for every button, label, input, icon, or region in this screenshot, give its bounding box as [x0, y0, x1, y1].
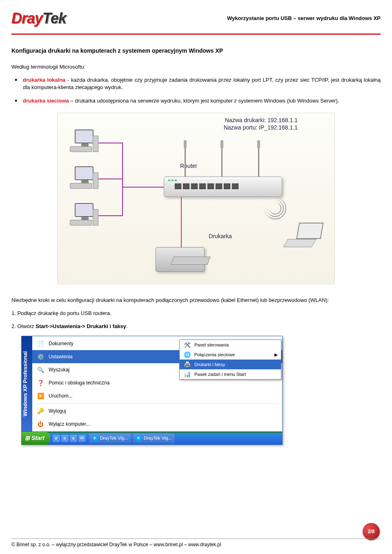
- taskbar: Start e e e ✉ DrayTek Vig... DrayTek Vig…: [22, 431, 282, 445]
- page-number-badge: 2/8: [363, 523, 380, 540]
- logoff-icon: [36, 407, 45, 415]
- submenu-item-label: Pasek zadań i menu Start: [194, 371, 246, 378]
- draytek-logo: DrayTek: [11, 8, 66, 29]
- router-device: [164, 176, 282, 197]
- printer-device: [156, 247, 205, 272]
- network-diagram: Nazwa drukarki: 192.168.1.1 Nazwa portu:…: [57, 113, 335, 284]
- start-menu-screenshot: Windows XP Professional Dokumenty▶Ustawi…: [21, 336, 283, 445]
- laptop-device: [285, 223, 322, 247]
- print-icon: [183, 360, 191, 369]
- quick-launch-icon[interactable]: e: [70, 435, 77, 442]
- submenu-arrow-icon: ▶: [274, 352, 278, 358]
- page-header: DrayTek Wykorzystanie portu USB – serwer…: [11, 8, 381, 32]
- submenu-item[interactable]: Połączenia sieciowe▶: [180, 350, 281, 360]
- bullet-local-printer: drukarka lokalna - każda drukarka, oboję…: [23, 76, 381, 91]
- start-sidebar-label: Windows XP Professional: [22, 336, 32, 431]
- diagram-port-name: Nazwa portu: IP_192.168.1.1: [224, 124, 298, 132]
- pc-icon: [70, 166, 98, 189]
- start-menu-item[interactable]: Uruchom...: [32, 389, 282, 402]
- submenu-item-label: Panel sterowania: [194, 342, 229, 348]
- cable: [98, 179, 123, 179]
- start-button-label: Start: [31, 434, 45, 442]
- ie-icon: [136, 436, 142, 441]
- cable: [122, 187, 123, 216]
- menu-item-label: Uruchom...: [49, 393, 73, 400]
- menu-item-label: Wyłącz komputer...: [49, 421, 90, 428]
- diagram-router-label: Router: [180, 162, 197, 170]
- term-network: drukarka sieciowa: [23, 98, 69, 104]
- step-2-pre: 2. Otwórz: [11, 323, 36, 329]
- task-label: DrayTek Vig...: [144, 435, 172, 441]
- logo-text-1: Dray: [11, 10, 42, 27]
- power-icon: [36, 420, 45, 428]
- diagram-printer-name: Nazwa drukarki: 192.168.1.1: [225, 116, 298, 125]
- wifi-signal-icon: [264, 197, 286, 219]
- menu-item-label: Wyszukaj: [49, 366, 69, 373]
- ie-icon: [92, 436, 98, 441]
- quick-launch: e e e ✉: [50, 435, 88, 442]
- quick-launch-icon[interactable]: e: [61, 435, 69, 442]
- doc-icon: [36, 340, 45, 348]
- page-footer: © Brinet sp. z o.o. – wyłączny przedstaw…: [11, 538, 381, 548]
- terminology-list: drukarka lokalna - każda drukarka, oboję…: [11, 76, 381, 105]
- diagram-printer-label: Drukarka: [209, 232, 232, 241]
- steps-intro: Niezbędne kroki w celu konfiguracji druk…: [11, 297, 381, 304]
- search-icon: [36, 366, 45, 374]
- windows-logo-icon: [25, 434, 30, 442]
- quick-launch-icon[interactable]: e: [53, 435, 60, 442]
- taskbar-task[interactable]: DrayTek Vig...: [133, 433, 175, 443]
- start-menu-item[interactable]: Wyloguj: [32, 404, 282, 418]
- taskbar-task[interactable]: DrayTek Vig...: [89, 433, 131, 443]
- menu-item-label: Ustawienia: [49, 353, 73, 360]
- submenu-item[interactable]: Pasek zadań i menu Start: [180, 369, 281, 379]
- cable: [98, 215, 123, 216]
- start-menu-item[interactable]: Wyłącz komputer...: [32, 418, 282, 431]
- help-icon: [36, 379, 45, 387]
- menu-item-label: Wyloguj: [49, 408, 66, 415]
- section-heading: Konfiguracja drukarki na komputerach z s…: [11, 47, 381, 55]
- step-2-path: Start->Ustawienia-> Drukarki i faksy: [36, 323, 126, 329]
- gear-icon: [36, 353, 45, 361]
- submenu-item-label: Drukarki i faksy: [194, 362, 225, 368]
- cable: [122, 143, 123, 188]
- document-header-title: Wykorzystanie portu USB – serwer wydruku…: [227, 15, 381, 22]
- start-button[interactable]: Start: [22, 432, 50, 445]
- step-1: 1. Podłącz drukarkę do portu USB routera…: [11, 310, 381, 317]
- taskbar-icon: [183, 370, 191, 378]
- menu-item-label: Dokumenty: [49, 340, 74, 347]
- bullet-network-printer: drukarka sieciowa – drukarka udostępnion…: [23, 97, 381, 105]
- logo-text-2: Tek: [42, 10, 66, 27]
- menu-item-label: Pomoc i obsługa techniczna: [49, 380, 109, 386]
- red-divider: [11, 34, 381, 35]
- term-network-desc: – drukarka udostępniona na serwerze wydr…: [69, 98, 339, 104]
- task-label: DrayTek Vig...: [100, 435, 128, 441]
- settings-submenu: Panel sterowaniaPołączenia sieciowe▶Druk…: [179, 340, 281, 380]
- submenu-item[interactable]: Panel sterowania: [180, 340, 281, 350]
- step-2-post: .: [126, 323, 128, 329]
- intro-text: Według terminologii Microsoftu:: [11, 63, 381, 71]
- step-2: 2. Otwórz Start->Ustawienia-> Drukarki i…: [11, 323, 381, 330]
- cp-icon: [183, 341, 191, 349]
- net-icon: [183, 351, 191, 359]
- submenu-item-label: Połączenia sieciowe: [194, 352, 235, 358]
- pc-icon: [70, 130, 98, 152]
- term-local-desc: - każda drukarka, obojętnie czy przyjmuj…: [23, 77, 381, 90]
- run-icon: [36, 392, 45, 400]
- term-local: drukarka lokalna: [23, 77, 65, 83]
- quick-launch-icon[interactable]: ✉: [78, 435, 86, 442]
- cable: [98, 143, 123, 143]
- menu-separator: [36, 403, 279, 404]
- pc-icon: [70, 203, 98, 226]
- submenu-item[interactable]: Drukarki i faksy: [180, 360, 281, 369]
